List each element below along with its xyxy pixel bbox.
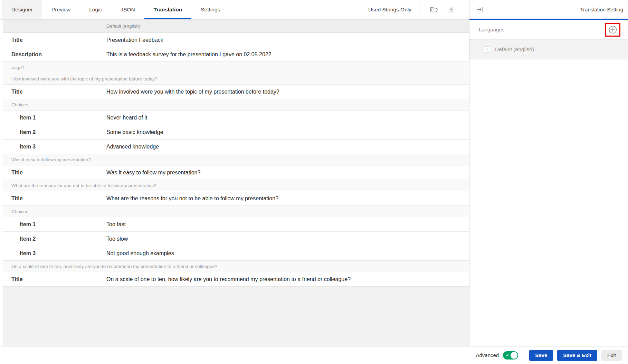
- group-header-row: Was it easy to follow my presentation?: [3, 154, 469, 165]
- folder-open-icon[interactable]: [429, 6, 438, 14]
- left-gutter: [0, 20, 3, 346]
- tab-logic[interactable]: Logic: [80, 0, 111, 19]
- string-label: Item 3: [3, 250, 106, 257]
- translation-string-row: DescriptionThis is a feedback survey for…: [3, 47, 469, 62]
- group-header-row: Choices: [3, 206, 469, 217]
- translation-string-row: Item 3Advanced knowledge: [3, 140, 469, 154]
- tab-settings[interactable]: Settings: [191, 0, 229, 19]
- translation-string-row: Item 1Never heard of it: [3, 111, 469, 125]
- string-label: Item 2: [3, 129, 106, 135]
- string-label: Item 1: [3, 115, 106, 121]
- translation-toolbar: Used Strings Only: [368, 0, 455, 19]
- string-label: Item 3: [3, 144, 106, 150]
- group-header-row: On a scale of one to ten, how likely are…: [3, 261, 469, 272]
- translation-string-row: TitleWas it easy to follow my presentati…: [3, 165, 469, 180]
- string-value[interactable]: What are the reasons for you not to be a…: [106, 195, 469, 202]
- translation-string-row: TitleHow involved were you with the topi…: [3, 85, 469, 99]
- tab-json[interactable]: JSON: [111, 0, 144, 19]
- exit-button[interactable]: Exit: [601, 350, 622, 361]
- string-value[interactable]: Too slow: [106, 236, 469, 242]
- translation-main: DesignerPreviewLogicJSONTranslationSetti…: [0, 0, 469, 346]
- advanced-toggle-label: Advanced: [476, 352, 499, 358]
- toggle-knob: [511, 352, 517, 359]
- default-language-row: ✓ Default (english): [469, 40, 628, 59]
- default-language-checkbox[interactable]: ✓: [484, 46, 490, 52]
- languages-section-header: Languages: [469, 20, 628, 40]
- tab-designer[interactable]: Designer: [2, 0, 42, 19]
- group-header-row: How involved were you with the topic of …: [3, 73, 469, 85]
- tab-translation[interactable]: Translation: [144, 0, 192, 19]
- tab-header: DesignerPreviewLogicJSONTranslationSetti…: [0, 0, 469, 20]
- toggle-check-icon: ✓: [506, 353, 509, 358]
- string-value[interactable]: Advanced knowledge: [106, 144, 469, 150]
- string-value[interactable]: Never heard of it: [106, 115, 469, 121]
- content-area: DesignerPreviewLogicJSONTranslationSetti…: [0, 0, 628, 346]
- string-value[interactable]: This is a feedback survey for the presen…: [106, 51, 469, 58]
- save-and-exit-button[interactable]: Save & Exit: [557, 350, 597, 361]
- string-label: Title: [3, 195, 106, 202]
- footer-bar: Advanced ✓ Save Save & Exit Exit: [0, 346, 628, 364]
- translation-string-row: TitleOn a scale of one to ten, how likel…: [3, 272, 469, 287]
- translation-string-row: TitleWhat are the reasons for you not to…: [3, 191, 469, 206]
- default-language-label: Default (english): [495, 46, 534, 52]
- group-header-row: What are the reasons for you not to be a…: [3, 180, 469, 191]
- add-language-plus-icon[interactable]: [608, 25, 617, 34]
- string-value[interactable]: Some basic knowledge: [106, 129, 469, 135]
- string-label: Title: [3, 170, 106, 176]
- tab-bar: DesignerPreviewLogicJSONTranslationSetti…: [2, 0, 229, 19]
- group-header-row: Choices: [3, 99, 469, 111]
- string-label: Title: [3, 276, 106, 282]
- string-label: Title: [3, 89, 106, 95]
- translation-table-wrapper: Default (english) TitlePresentation Feed…: [0, 20, 469, 346]
- translation-string-row: Item 2Some basic knowledge: [3, 125, 469, 140]
- language-column-header-row: Default (english): [3, 20, 469, 33]
- group-header-row: page1: [3, 62, 469, 73]
- tab-preview[interactable]: Preview: [42, 0, 80, 19]
- annotation-highlight-box: [605, 23, 620, 37]
- string-value[interactable]: Not good enough examples: [106, 250, 469, 257]
- string-label: Item 1: [3, 221, 106, 228]
- panel-title: Translation Setting: [580, 7, 623, 12]
- survey-creator-app: DesignerPreviewLogicJSONTranslationSetti…: [0, 0, 628, 364]
- string-value[interactable]: Too fast: [106, 221, 469, 228]
- translation-string-row: Item 2Too slow: [3, 232, 469, 246]
- download-icon[interactable]: [447, 6, 455, 14]
- translation-settings-panel: Translation Setting Languages ✓ Defau: [469, 0, 628, 346]
- used-strings-only-toggle[interactable]: Used Strings Only: [368, 7, 411, 13]
- string-value[interactable]: How involved were you with the topic of …: [106, 89, 469, 95]
- collapse-panel-icon[interactable]: [476, 6, 483, 13]
- string-value[interactable]: Was it easy to follow my presentation?: [106, 170, 469, 176]
- translation-string-row: Item 1Too fast: [3, 217, 469, 232]
- string-value[interactable]: On a scale of one to ten, how likely are…: [106, 276, 469, 282]
- string-label: Item 2: [3, 236, 106, 242]
- advanced-toggle[interactable]: ✓: [503, 351, 518, 360]
- translation-table: Default (english) TitlePresentation Feed…: [3, 20, 469, 346]
- string-label: Title: [3, 37, 106, 43]
- translation-string-row: Item 3Not good enough examples: [3, 246, 469, 261]
- translation-string-row: TitlePresentation Feedback: [3, 33, 469, 47]
- language-column-header: Default (english): [3, 23, 140, 29]
- panel-header: Translation Setting: [469, 0, 628, 20]
- languages-label: Languages: [479, 27, 504, 32]
- translation-rows: TitlePresentation FeedbackDescriptionThi…: [3, 33, 469, 287]
- toolbar-divider: [420, 4, 420, 15]
- string-label: Description: [3, 51, 106, 58]
- save-button[interactable]: Save: [529, 350, 553, 361]
- string-value[interactable]: Presentation Feedback: [106, 37, 469, 43]
